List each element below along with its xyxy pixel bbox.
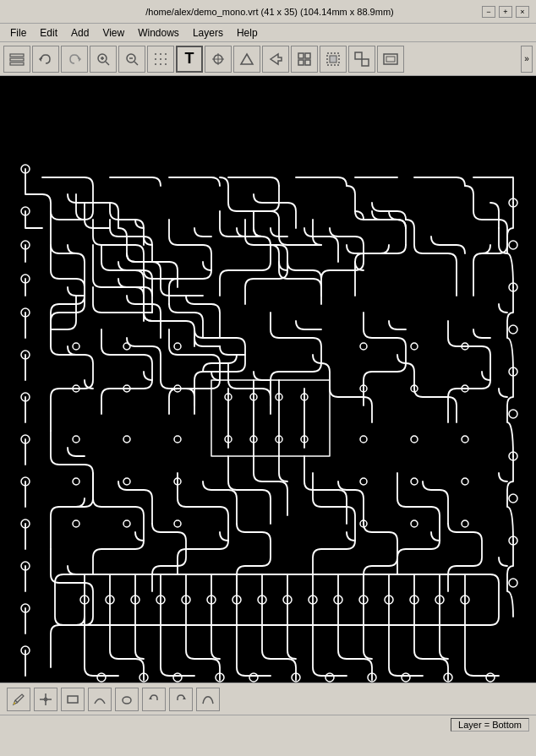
svg-marker-133 <box>183 697 186 699</box>
svg-point-15 <box>155 58 156 60</box>
menu-layers[interactable]: Layers <box>186 24 230 41</box>
svg-point-14 <box>165 53 167 55</box>
layers-toolbar-button[interactable] <box>3 46 30 73</box>
pcb-canvas-area[interactable] <box>0 76 536 683</box>
svg-point-95 <box>73 343 79 350</box>
route-button[interactable] <box>348 46 375 73</box>
circle-button[interactable] <box>115 688 139 711</box>
layer-status: Layer = Bottom <box>451 718 529 732</box>
svg-point-13 <box>160 53 161 55</box>
select-button[interactable] <box>291 46 318 73</box>
svg-rect-28 <box>298 60 304 65</box>
title-bar: /home/alex/demo_mono.vrt (41 x 35) (104.… <box>0 0 536 24</box>
rect-button[interactable] <box>61 688 85 711</box>
svg-marker-4 <box>79 57 81 62</box>
menu-windows[interactable]: Windows <box>131 24 186 41</box>
svg-point-20 <box>165 63 167 65</box>
svg-point-79 <box>249 673 258 682</box>
svg-line-6 <box>106 62 109 65</box>
menu-help[interactable]: Help <box>230 24 265 41</box>
svg-point-77 <box>173 673 182 682</box>
svg-point-50 <box>509 241 517 249</box>
zoom-in-button[interactable] <box>90 46 117 73</box>
svg-point-109 <box>174 520 181 527</box>
redo-button[interactable] <box>61 46 88 73</box>
svg-point-117 <box>411 436 418 443</box>
minimize-button[interactable]: − <box>482 6 495 18</box>
svg-point-103 <box>123 478 130 485</box>
pcb-diagram <box>0 76 536 683</box>
status-bar: Layer = Bottom <box>0 715 536 733</box>
svg-point-104 <box>123 520 130 527</box>
pencil-button[interactable] <box>7 688 30 711</box>
svg-marker-25 <box>271 54 282 64</box>
toolbar-expand-button[interactable]: » <box>521 46 533 73</box>
menu-bar: File Edit Add View Windows Layers Help <box>0 24 536 42</box>
menu-file[interactable]: File <box>3 24 33 41</box>
svg-point-58 <box>509 579 517 587</box>
svg-point-54 <box>509 410 517 418</box>
svg-point-85 <box>486 673 495 682</box>
svg-point-17 <box>165 58 167 60</box>
undo-small-button[interactable] <box>142 688 166 711</box>
triangle-button[interactable] <box>233 46 260 73</box>
svg-point-119 <box>411 520 418 527</box>
svg-point-75 <box>97 673 106 682</box>
svg-point-52 <box>509 325 517 334</box>
svg-line-125 <box>15 700 18 703</box>
toolbar: T » <box>0 42 536 76</box>
svg-point-118 <box>411 478 418 485</box>
redo-small-button[interactable] <box>169 688 193 711</box>
svg-point-100 <box>123 343 130 350</box>
pointer-button[interactable] <box>34 688 57 711</box>
svg-marker-24 <box>241 54 253 64</box>
svg-rect-32 <box>355 52 362 59</box>
svg-rect-29 <box>305 60 310 65</box>
svg-point-12 <box>155 53 156 55</box>
svg-point-81 <box>325 673 334 682</box>
svg-point-16 <box>160 58 161 60</box>
svg-point-102 <box>123 436 130 443</box>
curve-button[interactable] <box>196 688 220 711</box>
undo-button[interactable] <box>32 46 59 73</box>
svg-point-83 <box>402 673 410 682</box>
menu-add[interactable]: Add <box>64 24 96 41</box>
grid-button[interactable] <box>147 46 174 73</box>
close-button[interactable]: × <box>516 6 529 18</box>
svg-rect-2 <box>10 63 24 65</box>
window-title: /home/alex/demo_mono.vrt (41 x 35) (104.… <box>57 7 482 17</box>
origin-button[interactable] <box>205 46 232 73</box>
svg-rect-31 <box>330 56 336 63</box>
svg-point-110 <box>360 343 367 350</box>
svg-rect-0 <box>10 54 24 57</box>
svg-rect-33 <box>362 59 369 66</box>
menu-view[interactable]: View <box>96 24 131 41</box>
svg-point-131 <box>123 697 131 704</box>
svg-point-98 <box>73 478 79 485</box>
move-button[interactable] <box>320 46 347 73</box>
svg-point-99 <box>73 520 79 527</box>
svg-point-112 <box>360 436 367 443</box>
zoom-out-button[interactable] <box>118 46 145 73</box>
menu-edit[interactable]: Edit <box>33 24 64 41</box>
svg-rect-35 <box>386 57 395 62</box>
svg-point-122 <box>462 436 468 443</box>
svg-point-105 <box>174 343 181 350</box>
component-button[interactable] <box>377 46 404 73</box>
svg-point-107 <box>174 436 181 443</box>
svg-rect-1 <box>10 58 24 61</box>
arc-button[interactable] <box>88 688 112 711</box>
bottom-toolbar <box>0 683 536 715</box>
window-controls[interactable]: − + × <box>482 6 529 18</box>
svg-point-124 <box>462 520 468 527</box>
arrow-button[interactable] <box>262 46 289 73</box>
svg-point-113 <box>360 478 367 485</box>
svg-point-97 <box>73 436 79 443</box>
svg-rect-130 <box>68 696 78 703</box>
text-button[interactable]: T <box>176 46 203 73</box>
svg-point-18 <box>155 63 156 65</box>
svg-line-10 <box>134 62 138 65</box>
svg-marker-3 <box>39 57 41 62</box>
svg-marker-132 <box>149 697 152 699</box>
maximize-button[interactable]: + <box>499 6 512 18</box>
